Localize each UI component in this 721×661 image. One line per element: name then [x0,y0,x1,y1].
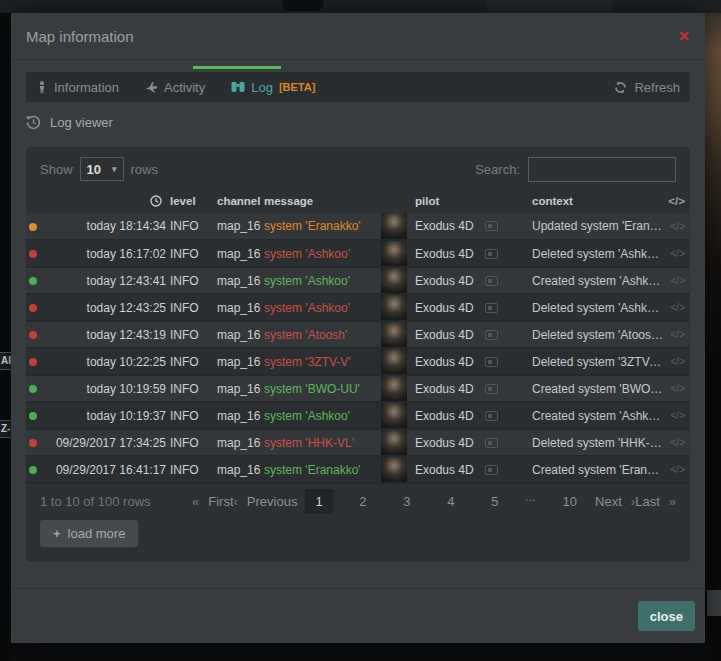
cell-level: INFO [168,321,215,348]
pilot-avatar [381,213,407,240]
cell-time: today 12:43:19 [42,321,168,348]
refresh-label: Refresh [634,80,680,95]
pagination-page-3[interactable]: 3 [393,489,420,514]
row-code-icon[interactable]: </> [666,213,689,240]
pilot-idcard-icon[interactable] [485,465,498,475]
refresh-button[interactable]: Refresh [614,80,680,95]
log-viewer-heading: Log viewer [26,115,690,130]
cell-level: INFO [168,213,215,240]
tab-information[interactable]: Information [36,80,119,95]
log-table-row: today 10:22:25 INFO map_16 system '3ZTV-… [26,348,689,375]
pilot-avatar [381,376,407,402]
pilot-idcard-icon[interactable] [485,411,498,421]
header-message[interactable]: message [262,191,381,213]
tab-activity[interactable]: Activity [145,80,205,95]
pilot-avatar [381,295,407,321]
pagination-last[interactable]: Last » [635,494,676,509]
pagination-ellipsis: ... [525,489,536,514]
cell-level: INFO [168,294,215,321]
cell-message: system 'Atoosh' [264,328,347,342]
pagination-next-label: Next [595,494,622,509]
search-input[interactable] [528,157,676,182]
refresh-icon [614,81,627,94]
row-code-icon[interactable]: </> [666,429,689,456]
pilot-idcard-icon[interactable] [485,330,498,340]
cell-message: system 'Eranakko' [264,463,361,477]
tab-log-label: Log [251,80,273,95]
header-time[interactable] [42,191,168,213]
pagination-pages: 12345...10 [305,489,587,514]
status-dot-icon [29,277,37,285]
row-code-icon[interactable]: </> [666,240,689,267]
row-code-icon[interactable]: </> [666,294,689,321]
cell-context: Created system 'Eranakko... [530,456,666,483]
pagination-first[interactable]: « First [192,494,234,509]
pilot-avatar [381,349,407,375]
tab-bar: Information Activity Log [BETA] Refresh [26,72,690,102]
chevron-left-icon: ‹ [234,494,238,509]
status-dot-icon [29,439,37,447]
tab-log[interactable]: Log [BETA] [231,80,315,95]
cell-context: Deleted system 'Atoosh' #... [530,321,666,348]
pagination-page-5[interactable]: 5 [481,489,508,514]
cell-pilot-name: Exodus 4D [415,355,474,369]
header-channel[interactable]: channel [215,191,262,213]
status-dot-icon [29,358,37,366]
row-code-icon[interactable]: </> [666,402,689,429]
pilot-idcard-icon[interactable] [485,384,498,394]
pilot-idcard-icon[interactable] [485,249,498,259]
binoculars-icon [231,81,245,93]
modal-footer: close [11,588,705,643]
cell-time: today 18:14:34 [42,213,168,240]
header-code-icon: </> [666,191,689,213]
modal-title: Map information [26,28,134,45]
row-code-icon[interactable]: </> [666,348,689,375]
log-table-row: today 16:17:02 INFO map_16 system 'Ashko… [26,240,689,267]
pagination-page-2[interactable]: 2 [349,489,376,514]
header-pilot[interactable]: pilot [381,191,530,213]
history-icon [26,115,41,130]
cell-level: INFO [168,402,215,429]
pagination-page-4[interactable]: 4 [437,489,464,514]
close-button[interactable]: close [638,601,695,631]
cell-level: INFO [168,429,215,456]
status-dot-icon [29,331,37,339]
cell-message: system 'Ashkoo' [264,301,350,315]
cell-message: system 'Ashkoo' [264,409,350,423]
pagination-next[interactable]: Next › [595,494,635,509]
log-table-row: today 12:43:25 INFO map_16 system 'Ashko… [26,294,689,321]
pilot-idcard-icon[interactable] [485,303,498,313]
cell-time: today 10:22:25 [42,348,168,375]
pilot-idcard-icon[interactable] [485,438,498,448]
pagination-page-10[interactable]: 10 [553,489,587,514]
pagination-summary: 1 to 10 of 100 rows [40,494,192,509]
cell-level: INFO [168,456,215,483]
rows-label: rows [131,162,158,177]
top-bar-patch [487,0,612,13]
page-size-select[interactable]: 10 ▾ [80,157,124,181]
active-tab-indicator [193,66,281,69]
cell-channel: map_16 [215,321,262,348]
row-code-icon[interactable]: </> [666,375,689,402]
pilot-idcard-icon[interactable] [485,357,498,367]
pilot-idcard-icon[interactable] [485,276,498,286]
row-code-icon[interactable]: </> [666,456,689,483]
cell-message: system 'Ashkoo' [264,247,350,261]
load-more-button[interactable]: + load more [40,520,138,547]
header-context[interactable]: context [530,191,666,213]
close-icon[interactable]: ✕ [678,29,690,43]
pagination-previous[interactable]: ‹ Previous [234,494,298,509]
pilot-idcard-icon[interactable] [485,221,498,231]
row-code-icon[interactable]: </> [666,321,689,348]
show-label: Show [40,162,73,177]
pagination-page-1[interactable]: 1 [305,489,332,514]
map-information-modal: Map information ✕ Information Activity L… [11,13,705,643]
header-level[interactable]: level [168,191,215,213]
cell-channel: map_16 [215,294,262,321]
row-code-icon[interactable]: </> [666,267,689,294]
log-table-row: today 10:19:37 INFO map_16 system 'Ashko… [26,402,689,429]
status-dot-icon [29,304,37,312]
cell-channel: map_16 [215,456,262,483]
cell-context: Deleted system '3ZTV-V' #... [530,348,666,375]
tab-information-label: Information [54,80,119,95]
